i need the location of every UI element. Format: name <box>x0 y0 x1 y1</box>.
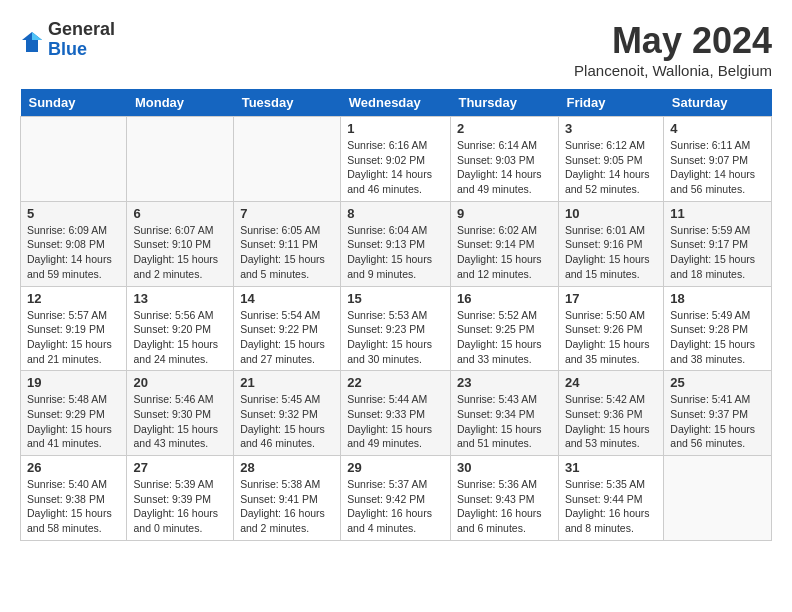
calendar-cell: 9Sunrise: 6:02 AM Sunset: 9:14 PM Daylig… <box>450 201 558 286</box>
day-number: 21 <box>240 375 334 390</box>
calendar-cell: 4Sunrise: 6:11 AM Sunset: 9:07 PM Daylig… <box>664 117 772 202</box>
calendar-cell: 31Sunrise: 5:35 AM Sunset: 9:44 PM Dayli… <box>558 456 663 541</box>
location-title: Plancenoit, Wallonia, Belgium <box>574 62 772 79</box>
weekday-header-monday: Monday <box>127 89 234 117</box>
day-number: 31 <box>565 460 657 475</box>
day-info: Sunrise: 6:07 AM Sunset: 9:10 PM Dayligh… <box>133 223 227 282</box>
calendar-cell: 21Sunrise: 5:45 AM Sunset: 9:32 PM Dayli… <box>234 371 341 456</box>
day-info: Sunrise: 5:57 AM Sunset: 9:19 PM Dayligh… <box>27 308 120 367</box>
calendar-cell: 3Sunrise: 6:12 AM Sunset: 9:05 PM Daylig… <box>558 117 663 202</box>
day-number: 11 <box>670 206 765 221</box>
day-number: 30 <box>457 460 552 475</box>
day-number: 9 <box>457 206 552 221</box>
calendar-cell: 19Sunrise: 5:48 AM Sunset: 9:29 PM Dayli… <box>21 371 127 456</box>
day-info: Sunrise: 6:04 AM Sunset: 9:13 PM Dayligh… <box>347 223 444 282</box>
day-info: Sunrise: 6:01 AM Sunset: 9:16 PM Dayligh… <box>565 223 657 282</box>
day-number: 28 <box>240 460 334 475</box>
day-number: 23 <box>457 375 552 390</box>
day-info: Sunrise: 5:56 AM Sunset: 9:20 PM Dayligh… <box>133 308 227 367</box>
week-row-2: 5Sunrise: 6:09 AM Sunset: 9:08 PM Daylig… <box>21 201 772 286</box>
calendar-cell: 24Sunrise: 5:42 AM Sunset: 9:36 PM Dayli… <box>558 371 663 456</box>
day-info: Sunrise: 6:11 AM Sunset: 9:07 PM Dayligh… <box>670 138 765 197</box>
calendar-cell: 6Sunrise: 6:07 AM Sunset: 9:10 PM Daylig… <box>127 201 234 286</box>
calendar-cell <box>127 117 234 202</box>
day-info: Sunrise: 5:43 AM Sunset: 9:34 PM Dayligh… <box>457 392 552 451</box>
day-info: Sunrise: 5:46 AM Sunset: 9:30 PM Dayligh… <box>133 392 227 451</box>
day-number: 18 <box>670 291 765 306</box>
logo-general: General <box>48 20 115 40</box>
calendar-cell <box>234 117 341 202</box>
calendar-cell: 28Sunrise: 5:38 AM Sunset: 9:41 PM Dayli… <box>234 456 341 541</box>
page-header: General Blue May 2024 Plancenoit, Wallon… <box>20 20 772 79</box>
day-info: Sunrise: 5:52 AM Sunset: 9:25 PM Dayligh… <box>457 308 552 367</box>
logo: General Blue <box>20 20 115 60</box>
day-number: 26 <box>27 460 120 475</box>
month-title: May 2024 <box>574 20 772 62</box>
day-info: Sunrise: 6:02 AM Sunset: 9:14 PM Dayligh… <box>457 223 552 282</box>
day-info: Sunrise: 5:36 AM Sunset: 9:43 PM Dayligh… <box>457 477 552 536</box>
week-row-4: 19Sunrise: 5:48 AM Sunset: 9:29 PM Dayli… <box>21 371 772 456</box>
day-number: 4 <box>670 121 765 136</box>
calendar-cell <box>664 456 772 541</box>
day-info: Sunrise: 5:40 AM Sunset: 9:38 PM Dayligh… <box>27 477 120 536</box>
calendar-cell: 22Sunrise: 5:44 AM Sunset: 9:33 PM Dayli… <box>341 371 451 456</box>
day-number: 29 <box>347 460 444 475</box>
day-number: 3 <box>565 121 657 136</box>
calendar-cell: 5Sunrise: 6:09 AM Sunset: 9:08 PM Daylig… <box>21 201 127 286</box>
calendar-cell: 14Sunrise: 5:54 AM Sunset: 9:22 PM Dayli… <box>234 286 341 371</box>
calendar-cell: 12Sunrise: 5:57 AM Sunset: 9:19 PM Dayli… <box>21 286 127 371</box>
day-number: 20 <box>133 375 227 390</box>
calendar-cell: 16Sunrise: 5:52 AM Sunset: 9:25 PM Dayli… <box>450 286 558 371</box>
day-number: 24 <box>565 375 657 390</box>
day-info: Sunrise: 5:45 AM Sunset: 9:32 PM Dayligh… <box>240 392 334 451</box>
week-row-5: 26Sunrise: 5:40 AM Sunset: 9:38 PM Dayli… <box>21 456 772 541</box>
calendar-body: 1Sunrise: 6:16 AM Sunset: 9:02 PM Daylig… <box>21 117 772 541</box>
day-info: Sunrise: 5:54 AM Sunset: 9:22 PM Dayligh… <box>240 308 334 367</box>
calendar-cell: 23Sunrise: 5:43 AM Sunset: 9:34 PM Dayli… <box>450 371 558 456</box>
day-number: 27 <box>133 460 227 475</box>
logo-blue-text: Blue <box>48 40 115 60</box>
day-number: 22 <box>347 375 444 390</box>
weekday-header-saturday: Saturday <box>664 89 772 117</box>
weekday-header-thursday: Thursday <box>450 89 558 117</box>
day-number: 14 <box>240 291 334 306</box>
day-number: 2 <box>457 121 552 136</box>
day-info: Sunrise: 5:50 AM Sunset: 9:26 PM Dayligh… <box>565 308 657 367</box>
day-number: 25 <box>670 375 765 390</box>
logo-icon <box>20 30 44 54</box>
day-number: 17 <box>565 291 657 306</box>
day-info: Sunrise: 5:41 AM Sunset: 9:37 PM Dayligh… <box>670 392 765 451</box>
week-row-3: 12Sunrise: 5:57 AM Sunset: 9:19 PM Dayli… <box>21 286 772 371</box>
svg-marker-1 <box>32 32 42 40</box>
day-number: 13 <box>133 291 227 306</box>
calendar-cell: 29Sunrise: 5:37 AM Sunset: 9:42 PM Dayli… <box>341 456 451 541</box>
calendar-cell <box>21 117 127 202</box>
weekday-header-friday: Friday <box>558 89 663 117</box>
day-info: Sunrise: 6:12 AM Sunset: 9:05 PM Dayligh… <box>565 138 657 197</box>
logo-text: General Blue <box>48 20 115 60</box>
calendar-cell: 13Sunrise: 5:56 AM Sunset: 9:20 PM Dayli… <box>127 286 234 371</box>
day-number: 10 <box>565 206 657 221</box>
day-info: Sunrise: 5:44 AM Sunset: 9:33 PM Dayligh… <box>347 392 444 451</box>
day-info: Sunrise: 6:09 AM Sunset: 9:08 PM Dayligh… <box>27 223 120 282</box>
calendar-cell: 10Sunrise: 6:01 AM Sunset: 9:16 PM Dayli… <box>558 201 663 286</box>
calendar-cell: 11Sunrise: 5:59 AM Sunset: 9:17 PM Dayli… <box>664 201 772 286</box>
calendar-cell: 25Sunrise: 5:41 AM Sunset: 9:37 PM Dayli… <box>664 371 772 456</box>
calendar-cell: 8Sunrise: 6:04 AM Sunset: 9:13 PM Daylig… <box>341 201 451 286</box>
calendar-table: SundayMondayTuesdayWednesdayThursdayFrid… <box>20 89 772 541</box>
day-info: Sunrise: 5:49 AM Sunset: 9:28 PM Dayligh… <box>670 308 765 367</box>
day-number: 15 <box>347 291 444 306</box>
day-info: Sunrise: 5:35 AM Sunset: 9:44 PM Dayligh… <box>565 477 657 536</box>
day-number: 6 <box>133 206 227 221</box>
day-info: Sunrise: 5:38 AM Sunset: 9:41 PM Dayligh… <box>240 477 334 536</box>
day-info: Sunrise: 5:48 AM Sunset: 9:29 PM Dayligh… <box>27 392 120 451</box>
calendar-cell: 2Sunrise: 6:14 AM Sunset: 9:03 PM Daylig… <box>450 117 558 202</box>
calendar-cell: 18Sunrise: 5:49 AM Sunset: 9:28 PM Dayli… <box>664 286 772 371</box>
day-number: 7 <box>240 206 334 221</box>
title-area: May 2024 Plancenoit, Wallonia, Belgium <box>574 20 772 79</box>
day-info: Sunrise: 5:39 AM Sunset: 9:39 PM Dayligh… <box>133 477 227 536</box>
day-number: 8 <box>347 206 444 221</box>
calendar-cell: 1Sunrise: 6:16 AM Sunset: 9:02 PM Daylig… <box>341 117 451 202</box>
day-info: Sunrise: 6:16 AM Sunset: 9:02 PM Dayligh… <box>347 138 444 197</box>
weekday-header-row: SundayMondayTuesdayWednesdayThursdayFrid… <box>21 89 772 117</box>
